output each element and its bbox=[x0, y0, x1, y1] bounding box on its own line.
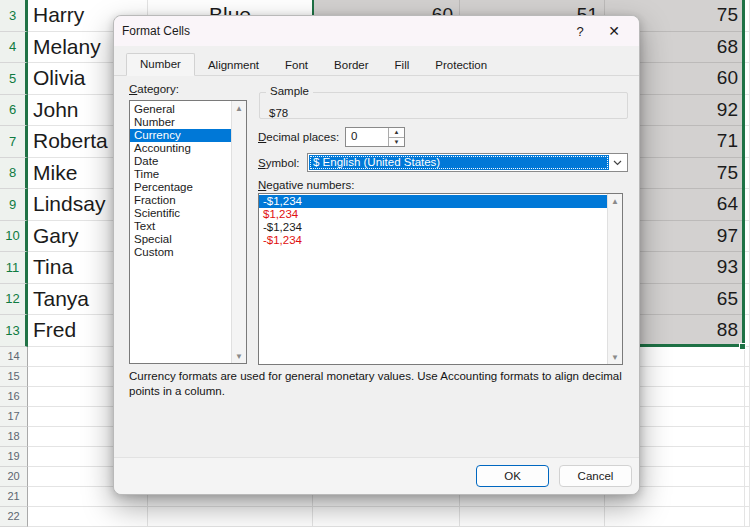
cell-g12[interactable] bbox=[745, 284, 750, 316]
tab-font[interactable]: Font bbox=[272, 55, 321, 76]
cancel-button[interactable]: Cancel bbox=[559, 465, 632, 487]
cell-g4[interactable] bbox=[745, 32, 750, 64]
category-listbox: General Number Currency Accounting Date … bbox=[129, 100, 247, 364]
row-header-9[interactable]: 9 bbox=[0, 189, 28, 221]
cell-g8[interactable] bbox=[745, 158, 750, 190]
row-header-21[interactable]: 21 bbox=[0, 487, 28, 507]
row-header-22[interactable]: 22 bbox=[0, 507, 28, 527]
negative-option-4[interactable]: -$1,234 bbox=[259, 234, 607, 247]
cell-g6[interactable] bbox=[745, 95, 750, 127]
negative-scrollbar[interactable]: ▲ ▼ bbox=[607, 194, 622, 364]
scroll-up-icon[interactable]: ▲ bbox=[235, 101, 243, 115]
row-header-11[interactable]: 11 bbox=[0, 252, 28, 284]
tab-alignment[interactable]: Alignment bbox=[195, 55, 272, 76]
decimal-places-spinner: ▲ ▼ bbox=[388, 128, 404, 146]
symbol-dropdown[interactable]: $ English (United States) bbox=[307, 153, 628, 172]
cell-g10[interactable] bbox=[745, 221, 750, 253]
negative-numbers-label: Negative numbers: bbox=[258, 179, 355, 191]
row-header-7[interactable]: 7 bbox=[0, 126, 28, 158]
tab-protection[interactable]: Protection bbox=[422, 55, 500, 76]
category-label: Category: bbox=[129, 83, 179, 95]
help-button[interactable]: ? bbox=[563, 17, 597, 45]
cell-g7[interactable] bbox=[745, 126, 750, 158]
row-header-8[interactable]: 8 bbox=[0, 158, 28, 190]
row-header-14[interactable]: 14 bbox=[0, 347, 28, 367]
row-header-13[interactable]: 13 bbox=[0, 315, 28, 347]
category-accounting[interactable]: Accounting bbox=[130, 142, 231, 155]
symbol-label: Symbol: bbox=[258, 157, 300, 169]
row-header-5[interactable]: 5 bbox=[0, 63, 28, 95]
symbol-selected-value: $ English (United States) bbox=[309, 155, 609, 170]
row-header-4[interactable]: 4 bbox=[0, 32, 28, 64]
row-header-15[interactable]: 15 bbox=[0, 367, 28, 387]
category-fraction[interactable]: Fraction bbox=[130, 194, 231, 207]
cell-g3[interactable] bbox=[745, 0, 750, 32]
tab-number[interactable]: Number bbox=[126, 53, 195, 76]
sample-groupbox bbox=[259, 92, 628, 119]
category-number[interactable]: Number bbox=[130, 116, 231, 129]
decimal-places-label: Decimal places: bbox=[258, 131, 339, 143]
negative-option-3[interactable]: -$1,234 bbox=[259, 221, 607, 234]
spin-down-icon[interactable]: ▼ bbox=[389, 138, 404, 147]
dialog-footer: OK Cancel bbox=[114, 457, 639, 494]
row-header-3[interactable]: 3 bbox=[0, 0, 28, 32]
format-cells-dialog: Format Cells ? ✕ Number Alignment Font B… bbox=[113, 15, 640, 495]
row-header-6[interactable]: 6 bbox=[0, 95, 28, 127]
row-header-18[interactable]: 18 bbox=[0, 427, 28, 447]
row-header-12[interactable]: 12 bbox=[0, 284, 28, 316]
row-header-16[interactable]: 16 bbox=[0, 387, 28, 407]
category-scientific[interactable]: Scientific bbox=[130, 207, 231, 220]
category-currency[interactable]: Currency bbox=[130, 129, 231, 142]
sample-value: $78 bbox=[269, 107, 288, 119]
scroll-down-icon[interactable]: ▼ bbox=[235, 349, 243, 363]
negative-option-1[interactable]: -$1,234 bbox=[259, 195, 607, 208]
row-header-20[interactable]: 20 bbox=[0, 467, 28, 487]
tab-border[interactable]: Border bbox=[321, 55, 382, 76]
format-description: Currency formats are used for general mo… bbox=[129, 369, 626, 399]
scroll-up-icon[interactable]: ▲ bbox=[611, 194, 619, 208]
dialog-titlebar[interactable]: Format Cells ? ✕ bbox=[114, 16, 639, 46]
category-special[interactable]: Special bbox=[130, 233, 231, 246]
category-text[interactable]: Text bbox=[130, 220, 231, 233]
excel-window: 3 Harry Blue 60 51 75 4 Melany 68 5 Oliv… bbox=[0, 0, 750, 527]
category-scrollbar[interactable]: ▲ ▼ bbox=[231, 101, 246, 363]
category-custom[interactable]: Custom bbox=[130, 246, 231, 259]
ok-button[interactable]: OK bbox=[476, 465, 549, 487]
negative-numbers-listbox: -$1,234 $1,234 -$1,234 -$1,234 ▲ ▼ bbox=[258, 193, 623, 365]
category-general[interactable]: General bbox=[130, 103, 231, 116]
row-header-17[interactable]: 17 bbox=[0, 407, 28, 427]
dialog-tabs: Number Alignment Font Border Fill Protec… bbox=[114, 46, 639, 76]
sheet-row-22: 22 bbox=[0, 507, 750, 527]
row-header-19[interactable]: 19 bbox=[0, 447, 28, 467]
sample-label: Sample bbox=[266, 85, 313, 97]
spin-up-icon[interactable]: ▲ bbox=[389, 128, 404, 138]
cell-g9[interactable] bbox=[745, 189, 750, 221]
tab-fill[interactable]: Fill bbox=[382, 55, 423, 76]
scroll-down-icon[interactable]: ▼ bbox=[611, 350, 619, 364]
cell-g5[interactable] bbox=[745, 63, 750, 95]
cell-g13[interactable] bbox=[745, 315, 750, 347]
category-date[interactable]: Date bbox=[130, 155, 231, 168]
decimal-places-value: 0 bbox=[346, 128, 388, 146]
category-percentage[interactable]: Percentage bbox=[130, 181, 231, 194]
close-icon[interactable]: ✕ bbox=[597, 17, 631, 45]
cell-g11[interactable] bbox=[745, 252, 750, 284]
row-header-10[interactable]: 10 bbox=[0, 221, 28, 253]
negative-option-2[interactable]: $1,234 bbox=[259, 208, 607, 221]
dialog-title: Format Cells bbox=[122, 24, 563, 38]
category-time[interactable]: Time bbox=[130, 168, 231, 181]
decimal-places-input[interactable]: 0 ▲ ▼ bbox=[345, 127, 405, 147]
chevron-down-icon[interactable] bbox=[609, 155, 626, 170]
